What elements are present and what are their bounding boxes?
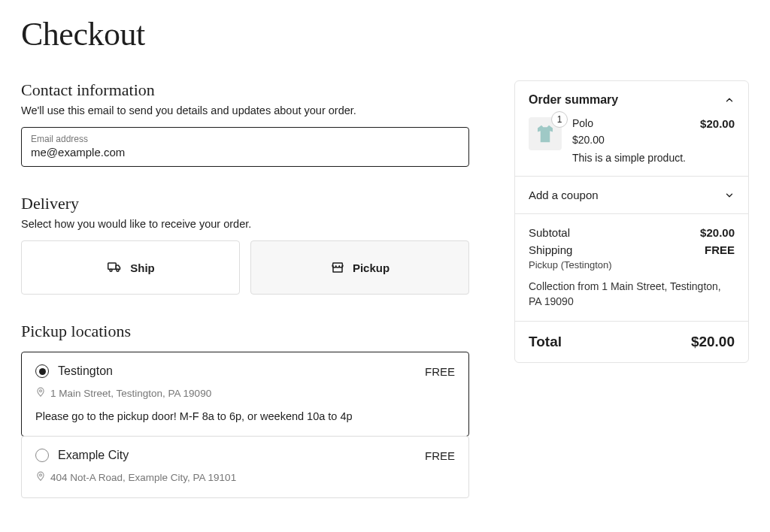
pin-icon <box>35 387 46 400</box>
coupon-label: Add a coupon <box>529 189 599 201</box>
item-line-total: $20.00 <box>700 117 735 164</box>
pickup-location-card[interactable]: Testington FREE 1 Main Street, Testingto… <box>21 352 469 437</box>
collection-note: Collection from 1 Main Street, Testingto… <box>529 280 735 309</box>
ship-label: Ship <box>130 261 155 274</box>
pickup-locations-title: Pickup locations <box>21 322 469 341</box>
radio-unselected-icon <box>35 449 49 462</box>
order-summary: Order summary 1 Polo $20.00 <box>514 80 749 363</box>
grand-total-row: Total $20.00 <box>529 334 735 350</box>
email-label: Email address <box>31 134 459 144</box>
chevron-up-icon <box>724 95 735 105</box>
pickup-location-price: FREE <box>425 449 455 462</box>
add-coupon-toggle[interactable]: Add a coupon <box>529 189 735 201</box>
svg-rect-0 <box>108 263 117 269</box>
item-name: Polo <box>572 117 690 129</box>
shipping-method: Pickup (Testington) <box>529 259 735 271</box>
radio-selected-icon <box>35 364 49 378</box>
ship-option[interactable]: Ship <box>21 240 240 295</box>
store-icon <box>330 261 345 274</box>
svg-point-3 <box>40 390 42 392</box>
summary-item: 1 Polo $20.00 This is a simple product. … <box>529 117 735 164</box>
summary-toggle[interactable]: Order summary <box>529 93 735 107</box>
contact-title: Contact information <box>21 80 469 100</box>
delivery-section: Delivery Select how you would like to re… <box>21 194 469 295</box>
subtotal-value: $20.00 <box>700 226 735 239</box>
summary-totals: Subtotal $20.00 Shipping FREE Pickup (Te… <box>515 214 748 322</box>
pickup-location-name: Example City <box>58 449 129 462</box>
total-value: $20.00 <box>691 334 735 350</box>
subtotal-label: Subtotal <box>529 226 570 239</box>
truck-icon <box>106 261 123 274</box>
pin-icon <box>35 471 46 484</box>
pickup-label: Pickup <box>353 261 390 274</box>
summary-title: Order summary <box>529 93 618 107</box>
chevron-down-icon <box>724 190 735 201</box>
email-field[interactable]: Email address me@example.com <box>21 127 469 167</box>
shipping-value: FREE <box>705 243 735 256</box>
pickup-location-name: Testington <box>58 364 113 378</box>
pickup-location-address: 1 Main Street, Testington, PA 19090 <box>50 388 211 399</box>
pickup-locations-section: Pickup locations Testington FREE 1 Main … <box>21 322 469 498</box>
item-desc: This is a simple product. <box>572 152 690 164</box>
total-label: Total <box>529 334 562 350</box>
contact-desc: We'll use this email to send you details… <box>21 104 469 116</box>
item-unit-price: $20.00 <box>572 134 690 146</box>
svg-point-2 <box>117 269 119 271</box>
pickup-location-instructions: Please go to the pickup door! M-F 8a to … <box>35 410 455 422</box>
pickup-option[interactable]: Pickup <box>250 240 469 295</box>
pickup-location-price: FREE <box>425 365 455 378</box>
contact-section: Contact information We'll use this email… <box>21 80 469 167</box>
quantity-badge: 1 <box>551 111 568 128</box>
shipping-label: Shipping <box>529 243 572 256</box>
pickup-location-card[interactable]: Example City FREE 404 Not-A Road, Exampl… <box>21 436 469 498</box>
email-value: me@example.com <box>31 146 459 159</box>
pickup-location-address: 404 Not-A Road, Example City, PA 19101 <box>50 472 236 483</box>
delivery-desc: Select how you would like to receive you… <box>21 218 469 230</box>
svg-point-4 <box>40 474 42 476</box>
page-title: Checkout <box>21 15 749 53</box>
svg-point-1 <box>110 269 112 271</box>
delivery-title: Delivery <box>21 194 469 213</box>
